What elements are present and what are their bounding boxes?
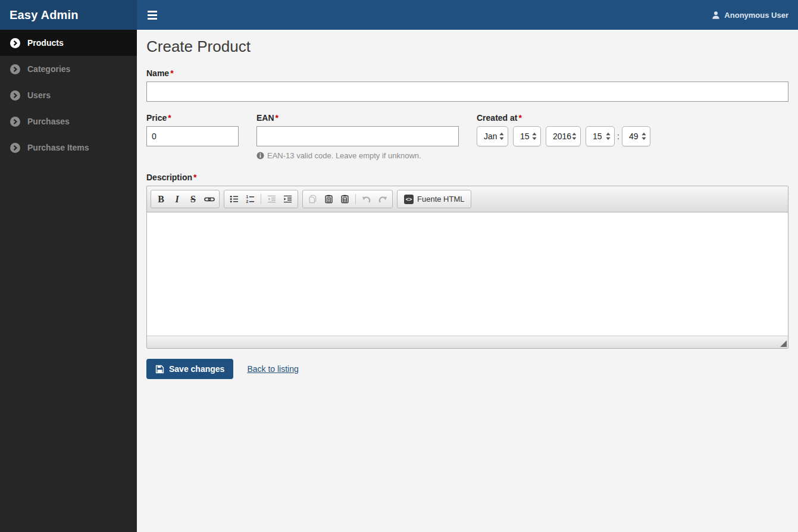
time-separator: : [617,132,619,141]
sidebar-item-label: Users [27,90,51,100]
description-label: Description* [146,173,788,182]
price-label: Price* [146,113,239,123]
sidebar-item-label: Products [27,38,64,48]
copy-button[interactable] [305,192,321,206]
svg-text:1: 1 [246,195,248,199]
sidebar: Easy Admin Products Categories Users Pur… [0,0,137,532]
required-asterisk: * [276,113,278,123]
save-button[interactable]: Save changes [146,359,233,379]
toolbar-separator [355,194,356,204]
name-input[interactable] [146,82,788,102]
price-field-group: Price* [146,113,239,160]
redo-button[interactable] [374,192,390,206]
description-editor-content[interactable] [147,212,788,336]
sidebar-item-products[interactable]: Products [0,30,137,56]
required-asterisk: * [518,113,521,123]
chevron-circle-right-icon [10,38,20,48]
form-actions: Save changes Back to listing [146,359,788,379]
undo-button[interactable] [358,192,374,206]
sidebar-item-users[interactable]: Users [0,82,137,108]
sidebar-item-purchases[interactable]: Purchases [0,108,137,134]
numbered-list-button[interactable]: 12 [242,192,258,206]
sidebar-menu: Products Categories Users Purchases Purc… [0,30,137,161]
select-arrows-icon [571,132,577,141]
create-product-form: Name* Price* EAN* EA [146,68,788,379]
svg-text:W: W [343,198,347,202]
created-at-label: Created at* [477,113,650,123]
indent-icon [283,195,292,204]
created-at-minute-select[interactable]: 49 [622,126,650,146]
main-content: Create Product Name* Price* EAN* [137,30,798,532]
select-arrows-icon [499,132,505,141]
italic-button[interactable]: I [169,192,185,206]
toolbar-separator [261,194,261,204]
toolbar-group-basicstyles: B I S [151,190,220,208]
bulleted-list-icon [230,195,239,204]
svg-text:2: 2 [246,199,248,204]
user-icon [712,11,720,20]
ean-input[interactable] [256,126,459,146]
created-at-year-select[interactable]: 2016 [546,126,581,146]
brand-logo: Easy Admin [0,0,137,30]
bulleted-list-button[interactable] [226,192,242,206]
user-name: Anonymous User [724,11,788,20]
redo-icon [378,195,387,204]
chevron-circle-right-icon [10,90,20,101]
paste-from-word-button[interactable]: W [337,192,353,206]
ean-field-group: EAN* EAN-13 valid code. Leave empty if u… [256,113,459,160]
price-ean-created-row: Price* EAN* EAN-13 valid code. Leave emp… [146,113,788,160]
created-at-day-select[interactable]: 15 [513,126,541,146]
toolbar-group-lists: 12 [224,190,298,208]
html-source-button[interactable]: <> Fuente HTML [399,192,469,206]
chevron-circle-right-icon [10,143,20,153]
sidebar-item-label: Purchase Items [27,143,89,152]
indent-button[interactable] [280,192,296,206]
undo-icon [362,195,371,204]
description-field-group: Description* B I S [146,173,788,349]
sidebar-item-label: Categories [27,64,70,74]
sidebar-item-categories[interactable]: Categories [0,56,137,82]
rich-text-editor: B I S 12 [146,186,788,349]
topbar: Anonymous User [137,0,798,30]
required-asterisk: * [170,68,173,78]
editor-resize-handle[interactable] [780,340,787,347]
price-input[interactable] [146,126,239,146]
save-disk-icon [155,365,164,374]
numbered-list-icon: 12 [246,195,255,204]
toolbar-group-source: <> Fuente HTML [397,190,471,208]
created-at-month-select[interactable]: Jan [477,126,508,146]
created-at-field-group: Created at* Jan 15 2016 [477,113,650,160]
outdent-button[interactable] [264,192,280,206]
required-asterisk: * [193,173,196,182]
created-at-hour-select[interactable]: 15 [586,126,615,146]
back-to-listing-link[interactable]: Back to listing [247,364,298,374]
sidebar-item-purchase-items[interactable]: Purchase Items [0,134,137,161]
chevron-circle-right-icon [10,64,20,74]
editor-toolbar: B I S 12 [147,186,788,212]
sidebar-item-label: Purchases [27,117,70,126]
chevron-circle-right-icon [10,117,20,127]
link-icon [204,196,215,203]
source-code-icon: <> [404,195,414,204]
paste-button[interactable] [321,192,337,206]
name-field-group: Name* [146,68,788,102]
ean-label: EAN* [256,113,459,123]
required-asterisk: * [168,113,171,123]
page-title: Create Product [146,37,788,56]
paste-icon [324,195,333,204]
editor-bottom-bar [147,336,788,348]
select-arrows-icon [641,132,647,141]
copy-icon [308,195,317,204]
strikethrough-button[interactable]: S [185,192,201,206]
created-at-selects: Jan 15 2016 15 : [477,126,650,146]
user-menu[interactable]: Anonymous User [712,11,788,20]
select-arrows-icon [605,132,611,141]
select-arrows-icon [531,132,537,141]
ean-help-text: EAN-13 valid code. Leave empty if unknow… [256,151,459,160]
bold-button[interactable]: B [153,192,169,206]
menu-toggle-button[interactable] [146,8,158,22]
outdent-icon [267,195,276,204]
link-button[interactable] [201,192,217,206]
name-label: Name* [146,68,788,78]
paste-from-word-icon: W [340,195,349,204]
